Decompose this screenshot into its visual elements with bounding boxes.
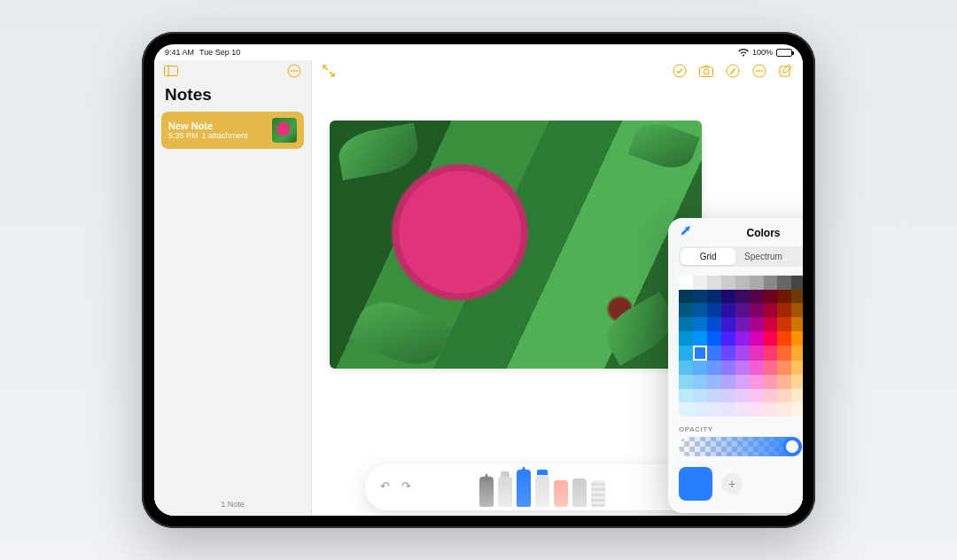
color-cell[interactable]: [791, 317, 803, 331]
add-swatch-button[interactable]: +: [721, 473, 743, 494]
color-cell[interactable]: [679, 361, 693, 375]
color-cell[interactable]: [735, 346, 750, 362]
color-cell[interactable]: [764, 331, 778, 346]
color-cell[interactable]: [679, 276, 693, 290]
color-cell[interactable]: [735, 361, 750, 375]
markup-icon[interactable]: [725, 63, 741, 79]
color-cell[interactable]: [721, 290, 735, 304]
color-cell[interactable]: [693, 331, 707, 346]
color-cell[interactable]: [764, 375, 778, 389]
color-cell[interactable]: [777, 331, 791, 346]
color-cell[interactable]: [777, 375, 791, 389]
color-cell[interactable]: [721, 375, 735, 389]
color-cell[interactable]: [777, 361, 791, 375]
color-cell[interactable]: [693, 361, 707, 375]
opacity-slider[interactable]: [679, 437, 802, 456]
color-cell[interactable]: [764, 361, 778, 375]
color-cell[interactable]: [735, 375, 750, 389]
color-cell[interactable]: [791, 361, 803, 375]
color-cell[interactable]: [764, 303, 778, 317]
color-cell[interactable]: [750, 375, 764, 389]
color-cell[interactable]: [764, 389, 778, 403]
color-cell[interactable]: [721, 389, 735, 403]
color-cell[interactable]: [679, 290, 693, 304]
color-cell[interactable]: [791, 402, 803, 416]
color-cell[interactable]: [679, 402, 693, 416]
more-options-icon[interactable]: [286, 63, 302, 79]
color-cell[interactable]: [750, 276, 764, 290]
sidebar-toggle-icon[interactable]: [163, 63, 179, 79]
color-cell[interactable]: [707, 303, 721, 317]
color-cell[interactable]: [777, 317, 791, 331]
color-cell[interactable]: [707, 375, 721, 389]
color-cell[interactable]: [721, 317, 735, 331]
color-cell[interactable]: [693, 317, 707, 331]
color-cell[interactable]: [707, 402, 721, 416]
color-cell[interactable]: [707, 317, 721, 331]
undo-button[interactable]: ↶: [376, 477, 393, 494]
color-cell[interactable]: [735, 389, 750, 403]
color-cell[interactable]: [791, 389, 803, 403]
color-cell[interactable]: [791, 290, 803, 304]
color-cell[interactable]: [679, 375, 693, 389]
color-cell[interactable]: [707, 290, 721, 304]
redo-button[interactable]: ↷: [397, 477, 415, 494]
color-cell[interactable]: [693, 389, 707, 403]
pencil-tool[interactable]: [517, 470, 531, 507]
color-cell[interactable]: [721, 346, 735, 362]
color-cell[interactable]: [707, 276, 721, 290]
color-cell[interactable]: [750, 361, 764, 375]
color-cell[interactable]: [693, 276, 707, 290]
color-cell[interactable]: [735, 303, 750, 317]
color-cell[interactable]: [679, 331, 693, 346]
pen-tool[interactable]: [479, 477, 494, 507]
more-icon[interactable]: [751, 63, 767, 79]
color-cell[interactable]: [679, 389, 693, 403]
note-list-item[interactable]: New Note 5:35 PM 1 attachment: [161, 112, 304, 149]
colors-tab-spectrum[interactable]: Spectrum: [735, 248, 790, 265]
color-cell[interactable]: [791, 346, 803, 362]
expand-icon[interactable]: [321, 63, 337, 79]
color-cell[interactable]: [693, 303, 707, 317]
eraser-tool[interactable]: [554, 480, 568, 507]
color-cell[interactable]: [764, 317, 778, 331]
color-cell[interactable]: [750, 290, 764, 304]
eyedropper-icon[interactable]: [679, 224, 693, 242]
color-cell[interactable]: [750, 346, 764, 362]
color-cell[interactable]: [721, 331, 735, 346]
color-cell[interactable]: [750, 317, 764, 331]
color-cell[interactable]: [791, 276, 803, 290]
color-cell[interactable]: [777, 346, 791, 362]
color-cell[interactable]: [764, 402, 778, 416]
color-cell[interactable]: [791, 375, 803, 389]
color-cell[interactable]: [750, 402, 764, 416]
color-cell[interactable]: [777, 389, 791, 403]
color-cell[interactable]: [735, 331, 750, 346]
checklist-icon[interactable]: [672, 63, 688, 79]
color-cell[interactable]: [707, 361, 721, 375]
color-cell[interactable]: [735, 317, 750, 331]
color-cell[interactable]: [721, 303, 735, 317]
color-cell[interactable]: [777, 303, 791, 317]
camera-icon[interactable]: [698, 63, 714, 79]
colors-tab-grid[interactable]: Grid: [681, 248, 735, 265]
color-cell[interactable]: [735, 276, 750, 290]
opacity-slider-thumb[interactable]: [783, 438, 801, 455]
color-cell[interactable]: [750, 389, 764, 403]
highlighter-tool[interactable]: [535, 475, 549, 507]
marker-tool[interactable]: [498, 477, 512, 507]
color-cell[interactable]: [791, 303, 803, 317]
color-cell[interactable]: [693, 402, 707, 416]
color-cell[interactable]: [777, 402, 791, 416]
color-cell[interactable]: [693, 346, 707, 362]
color-cell[interactable]: [764, 276, 778, 290]
color-cell[interactable]: [750, 303, 764, 317]
color-cell[interactable]: [721, 276, 735, 290]
note-attachment-image[interactable]: [330, 121, 702, 369]
color-cell[interactable]: [693, 290, 707, 304]
color-cell[interactable]: [777, 276, 791, 290]
color-cell[interactable]: [693, 375, 707, 389]
color-cell[interactable]: [721, 402, 735, 416]
color-cell[interactable]: [764, 290, 778, 304]
color-cell[interactable]: [750, 331, 764, 346]
